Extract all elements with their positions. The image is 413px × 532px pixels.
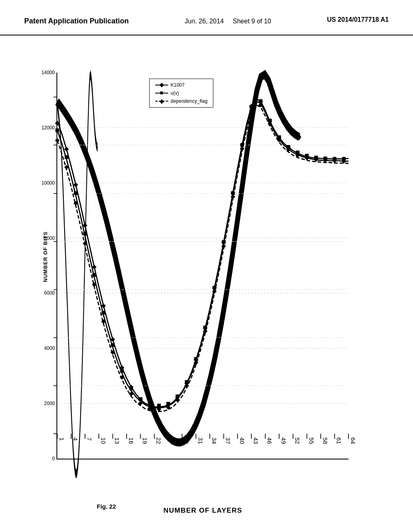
svg-rect-78 xyxy=(148,403,152,406)
x-axis-labels: 1 4 7 10 13 16 19 22 25 28 31 34 37 40 4… xyxy=(58,437,356,444)
uv-polyline xyxy=(57,101,348,408)
svg-rect-80 xyxy=(166,402,170,405)
svg-text:34: 34 xyxy=(211,437,217,444)
publication-date: Jun. 26, 2014 xyxy=(185,18,224,25)
svg-text:22: 22 xyxy=(155,437,162,444)
svg-rect-74 xyxy=(111,343,115,347)
patent-number: US 2014/0177718 A1 xyxy=(327,16,389,23)
svg-rect-69 xyxy=(65,155,68,159)
y-label-14000: 14000 xyxy=(42,70,57,75)
legend-label-depflag: dependency_flag xyxy=(171,98,207,104)
svg-rect-81 xyxy=(175,395,179,398)
svg-text:46: 46 xyxy=(266,437,273,444)
svg-text:7: 7 xyxy=(86,437,92,441)
depflag-polyline xyxy=(57,105,348,411)
sheet-info: Sheet 9 of 10 xyxy=(233,18,271,25)
legend-item-depflag: dependency_flag xyxy=(155,98,207,104)
uv-markers xyxy=(55,99,346,407)
svg-text:37: 37 xyxy=(225,437,231,444)
y-label-0: 0 xyxy=(52,456,57,461)
svg-rect-89 xyxy=(250,105,253,108)
svg-text:13: 13 xyxy=(114,437,120,444)
k1007-markers xyxy=(55,99,346,409)
figure-caption: Fig. 22 xyxy=(97,503,116,510)
y-label-8000: 8000 xyxy=(44,235,57,241)
svg-rect-77 xyxy=(139,397,142,401)
svg-text:16: 16 xyxy=(128,437,134,444)
svg-text:10: 10 xyxy=(100,437,106,444)
legend-label-k1007: K1007 xyxy=(171,82,185,88)
svg-text:25: 25 xyxy=(169,437,176,444)
depflag-markers xyxy=(55,102,346,411)
y-label-2000: 2000 xyxy=(44,401,57,406)
svg-text:40: 40 xyxy=(239,437,245,444)
y-label-10000: 10000 xyxy=(42,180,57,186)
x-axis-title-svg: NUMBER OF LAYERS xyxy=(163,506,242,514)
svg-rect-79 xyxy=(157,404,161,407)
svg-text:4: 4 xyxy=(72,437,79,441)
page: Patent Application Publication Jun. 26, … xyxy=(0,0,413,532)
svg-rect-90 xyxy=(259,99,263,103)
svg-rect-72 xyxy=(92,273,96,276)
svg-text:58: 58 xyxy=(322,437,328,444)
chart-lines-svg: 1 4 7 10 13 16 19 22 25 28 31 34 37 40 4… xyxy=(57,73,348,459)
legend-item-k1007: K1007 xyxy=(155,82,207,88)
svg-text:28: 28 xyxy=(183,437,190,444)
svg-text:61: 61 xyxy=(336,437,342,444)
svg-rect-76 xyxy=(129,387,133,390)
y-label-4000: 4000 xyxy=(44,345,57,351)
chart-plot-area: 0 2000 4000 6000 8000 10000 12000 14000 xyxy=(56,73,348,459)
publication-date-sheet: Jun. 26, 2014 Sheet 9 of 10 xyxy=(185,16,271,27)
y-label-6000: 6000 xyxy=(44,290,57,296)
chart-area: NUMBER OF BITS 0 2000 4000 6000 8000 100… xyxy=(24,64,397,492)
legend-label-uv: u(v) xyxy=(171,90,179,96)
svg-text:43: 43 xyxy=(252,437,259,444)
page-header: Patent Application Publication Jun. 26, … xyxy=(0,0,413,35)
svg-text:64: 64 xyxy=(350,437,356,444)
svg-text:19: 19 xyxy=(142,437,148,444)
legend-item-uv: u(v) xyxy=(155,90,207,96)
svg-rect-82 xyxy=(185,380,188,384)
svg-marker-100 xyxy=(55,138,59,143)
svg-text:52: 52 xyxy=(294,437,300,444)
publication-label: Patent Application Publication xyxy=(24,16,129,26)
svg-rect-68 xyxy=(55,129,59,132)
svg-rect-70 xyxy=(74,191,77,195)
svg-text:49: 49 xyxy=(280,437,287,444)
svg-marker-37 xyxy=(64,147,69,151)
y-label-12000: 12000 xyxy=(42,125,57,131)
chart-legend: K1007 u(v) dependency_flag xyxy=(149,79,213,108)
svg-text:31: 31 xyxy=(197,437,204,444)
svg-rect-75 xyxy=(120,369,124,373)
svg-text:1: 1 xyxy=(58,437,65,441)
y-ticks xyxy=(54,97,57,434)
svg-text:55: 55 xyxy=(308,437,315,444)
svg-rect-73 xyxy=(102,311,105,314)
svg-rect-71 xyxy=(83,232,87,235)
